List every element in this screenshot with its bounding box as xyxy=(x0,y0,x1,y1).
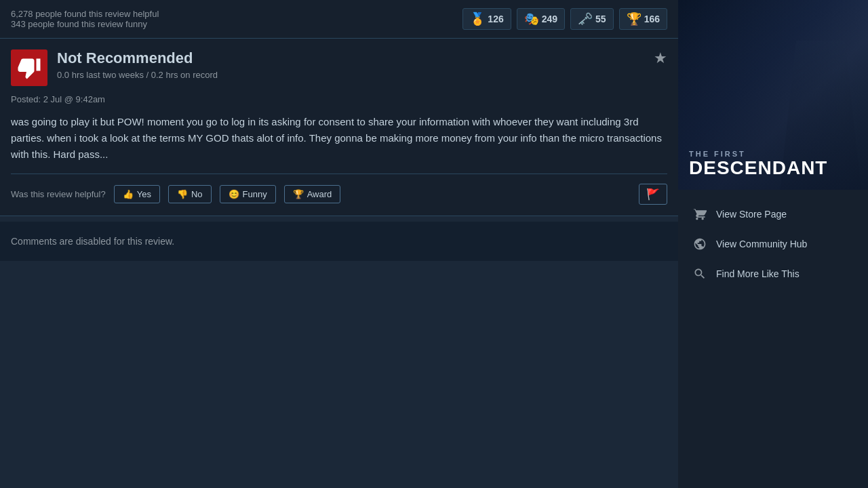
award-icon-2: 🎭 xyxy=(524,12,539,26)
review-header: Not Recommended 0.0 hrs last two weeks /… xyxy=(11,49,667,86)
game-title-line2: DESCENDANT xyxy=(689,158,827,179)
review-body: was going to play it but POW! moment you… xyxy=(11,114,667,163)
thumbs-down-icon xyxy=(17,56,41,80)
sidebar: THE FIRST DESCENDANT View Store Page Vie… xyxy=(678,0,868,488)
award-count-4: 166 xyxy=(644,14,660,24)
view-community-link[interactable]: View Community Hub xyxy=(689,230,857,258)
award-icon-1: 🏅 xyxy=(470,12,485,26)
stats-bar: 6,278 people found this review helpful 3… xyxy=(0,0,678,39)
review-date: Posted: 2 Jul @ 9:42am xyxy=(11,94,667,104)
helpful-row: Was this review helpful? 👍 Yes 👎 No 😊 Fu… xyxy=(11,184,667,205)
yes-button[interactable]: 👍 Yes xyxy=(114,185,160,203)
review-divider xyxy=(11,174,667,174)
no-label: No xyxy=(191,189,203,199)
flag-button[interactable]: 🚩 xyxy=(639,184,667,205)
award-badge-2[interactable]: 🎭 249 xyxy=(517,8,565,30)
review-hours: 0.0 hrs last two weeks / 0.2 hrs on reco… xyxy=(57,70,644,80)
comments-section: Comments are disabled for this review. xyxy=(0,222,678,261)
search-icon xyxy=(692,266,708,282)
funny-icon: 😊 xyxy=(229,189,239,199)
thumbs-up-icon: 👍 xyxy=(123,189,134,199)
cart-icon xyxy=(692,206,708,222)
review-block: Not Recommended 0.0 hrs last two weeks /… xyxy=(0,39,678,216)
funny-count: 343 people found this review funny xyxy=(11,19,159,29)
no-button[interactable]: 👎 No xyxy=(168,185,212,203)
award-count-2: 249 xyxy=(542,14,557,24)
main-content: 6,278 people found this review helpful 3… xyxy=(0,0,678,488)
award-badge-4[interactable]: 🏆 166 xyxy=(619,8,667,30)
award-icons: 🏅 126 🎭 249 🗝️ 55 🏆 166 xyxy=(462,8,667,30)
review-title: Not Recommended xyxy=(57,49,644,67)
award-badge-3[interactable]: 🗝️ 55 xyxy=(570,8,614,30)
helpful-label: Was this review helpful? xyxy=(11,189,106,199)
game-title-banner: THE FIRST DESCENDANT xyxy=(689,150,827,179)
thumbs-down-small-icon: 👎 xyxy=(177,189,188,199)
view-store-page-link[interactable]: View Store Page xyxy=(689,201,857,228)
star-button[interactable]: ★ xyxy=(654,49,667,67)
yes-label: Yes xyxy=(137,189,151,199)
award-label: Award xyxy=(307,189,332,199)
review-title-block: Not Recommended 0.0 hrs last two weeks /… xyxy=(57,49,644,80)
award-icon: 🏆 xyxy=(293,189,304,199)
funny-button[interactable]: 😊 Funny xyxy=(220,185,276,203)
view-store-page-label: View Store Page xyxy=(716,209,787,220)
award-count-3: 55 xyxy=(595,14,606,24)
not-recommended-thumb xyxy=(11,49,47,86)
award-count-1: 126 xyxy=(488,14,503,24)
funny-label: Funny xyxy=(243,189,267,199)
award-icon-4: 🏆 xyxy=(627,12,642,26)
award-icon-3: 🗝️ xyxy=(578,12,593,26)
globe-icon xyxy=(692,236,708,252)
sidebar-links: View Store Page View Community Hub Find … xyxy=(678,190,868,298)
flag-icon: 🚩 xyxy=(646,188,660,200)
find-more-label: Find More Like This xyxy=(716,268,800,279)
award-badge-1[interactable]: 🏅 126 xyxy=(462,8,511,30)
helpful-count: 6,278 people found this review helpful xyxy=(11,9,159,19)
comments-disabled-text: Comments are disabled for this review. xyxy=(11,236,174,247)
game-banner: THE FIRST DESCENDANT xyxy=(678,0,868,190)
view-community-label: View Community Hub xyxy=(716,239,807,249)
stats-text: 6,278 people found this review helpful 3… xyxy=(11,9,159,29)
award-button[interactable]: 🏆 Award xyxy=(284,185,341,203)
find-more-link[interactable]: Find More Like This xyxy=(689,260,857,287)
